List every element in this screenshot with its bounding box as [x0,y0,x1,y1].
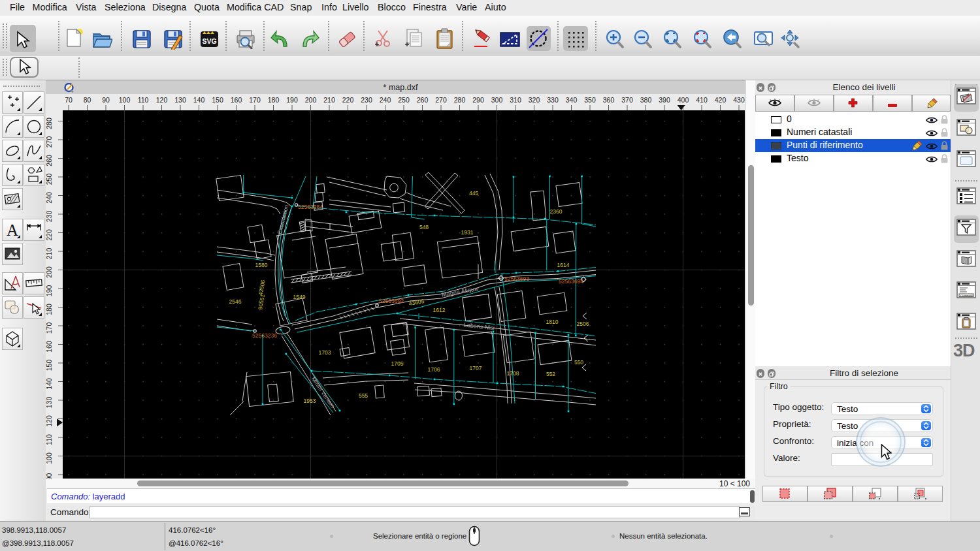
svg-text:1953: 1953 [304,398,316,404]
svg-text:1612: 1612 [433,307,446,313]
svg-text:170: 170 [46,323,53,334]
svg-text:90: 90 [102,96,110,104]
svg-text:52563236: 52563236 [252,332,277,339]
svg-text:410: 410 [696,96,708,104]
svg-text:350: 350 [584,96,596,104]
svg-text:420: 420 [715,96,727,104]
svg-text:52563694: 52563694 [559,278,583,285]
svg-text:52563284: 52563284 [298,204,323,210]
svg-text:110: 110 [46,434,53,445]
svg-text:400: 400 [678,96,689,104]
svg-text:250: 250 [46,174,53,185]
svg-text:1703: 1703 [319,349,331,356]
svg-text:100: 100 [46,452,53,464]
svg-text:150: 150 [212,96,223,104]
svg-text:260: 260 [417,96,429,104]
svg-text:A: A [7,221,18,239]
svg-text:1549: 1549 [293,294,306,300]
svg-text:2546: 2546 [229,298,242,305]
svg-text:330: 330 [547,96,559,104]
svg-text:260: 260 [46,155,53,166]
svg-text:220: 220 [46,229,53,241]
svg-text:140: 140 [46,378,53,390]
svg-text:290: 290 [472,96,484,104]
svg-text:1705: 1705 [391,360,404,367]
svg-text:110: 110 [138,96,149,104]
svg-text:230: 230 [361,96,372,104]
svg-text:240: 240 [46,192,53,204]
svg-text:250: 250 [398,96,410,104]
svg-text:1580: 1580 [255,262,268,268]
svg-text:2360: 2360 [550,208,563,215]
svg-text:370: 370 [621,96,633,104]
svg-text:1707: 1707 [470,365,482,371]
svg-text:1931: 1931 [461,229,474,236]
svg-text:280: 280 [46,118,53,129]
svg-text:445: 445 [469,190,478,197]
svg-text:200: 200 [305,96,317,104]
svg-text:210: 210 [46,248,53,260]
svg-text:190: 190 [286,96,298,104]
svg-text:360: 360 [603,96,615,104]
svg-text:1614: 1614 [557,262,570,268]
svg-text:100: 100 [119,96,131,104]
svg-text:170: 170 [249,96,261,104]
svg-text:340: 340 [566,96,578,104]
svg-text:320: 320 [529,96,540,104]
svg-text:380: 380 [640,96,652,104]
svg-text:80: 80 [84,96,91,104]
svg-text:548: 548 [419,224,429,230]
svg-text:180: 180 [268,96,280,104]
svg-text:230: 230 [46,211,53,223]
svg-text:190: 190 [46,285,53,297]
svg-text:130: 130 [46,397,53,409]
svg-text:52563692: 52563692 [379,298,404,304]
svg-text:430: 430 [733,96,745,104]
svg-text:240: 240 [380,96,391,104]
svg-text:160: 160 [231,96,242,104]
svg-text:150: 150 [46,360,53,371]
svg-text:c command: c command [960,294,973,297]
svg-text:180: 180 [46,304,53,315]
svg-text:200: 200 [46,266,53,278]
svg-text:160: 160 [46,341,53,353]
svg-text:52563693: 52563693 [504,276,529,282]
svg-text:SVG: SVG [202,37,216,45]
svg-text:1706: 1706 [428,366,440,373]
svg-text:550: 550 [574,359,583,366]
svg-text:210: 210 [323,96,335,104]
svg-text:220: 220 [342,96,354,104]
svg-text:390: 390 [659,96,670,104]
svg-text:1708: 1708 [507,370,519,377]
svg-text:310: 310 [510,96,521,104]
svg-text:280: 280 [454,96,466,104]
svg-text:270: 270 [46,136,53,148]
svg-text:70: 70 [65,96,73,104]
svg-text:130: 130 [174,96,186,104]
svg-text:120: 120 [46,415,53,427]
svg-text:1810: 1810 [546,319,559,325]
svg-text:552: 552 [546,371,555,377]
svg-text:300: 300 [491,96,503,104]
svg-text:120: 120 [156,96,168,104]
svg-text:270: 270 [435,96,447,104]
svg-text:90: 90 [46,473,53,479]
svg-text:555: 555 [359,392,368,399]
svg-text:140: 140 [193,96,205,104]
svg-text:2506: 2506 [577,321,589,327]
